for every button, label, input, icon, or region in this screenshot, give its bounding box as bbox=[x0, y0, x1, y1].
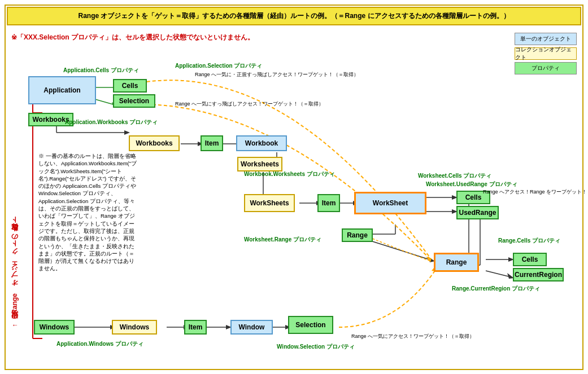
worksheets-node: WorkSheets bbox=[244, 194, 295, 212]
range-direct2-label: Range へ一気にすっ飛ばしアクセス！ワープゲット！（＝取得） bbox=[175, 100, 324, 108]
range-obj-node: Range bbox=[434, 253, 479, 272]
wb-worksheets-label: Workbook.Worksheets プロパティ bbox=[244, 170, 335, 178]
windows-prop-node: Windows bbox=[34, 320, 75, 335]
legend-single-box: 単一のオブジェクト bbox=[515, 33, 577, 45]
app-workbooks-label: Application.Workbooks プロパティ bbox=[65, 118, 158, 126]
legend-single: 単一のオブジェクト bbox=[515, 33, 577, 45]
legend-collection-box: コレクションオブジェクト bbox=[515, 47, 577, 60]
app-windows-label: Application.Windows プロパティ bbox=[56, 340, 143, 348]
range-access-label: Range へアクセス！Range をワープゲット！（＝取得） bbox=[483, 189, 545, 196]
title-box: Range オブジェクトを「ゲット＝取得」するための各種階層（経由）ルートの例。… bbox=[7, 7, 581, 25]
range-currentregion-label: Range.CurrentRegion プロパティ bbox=[452, 285, 540, 293]
workbooks-col-node: Workbooks bbox=[129, 135, 180, 151]
workbook-node: Workbook bbox=[236, 135, 287, 151]
ws-usedrange-label: Worksheet.UsedRange プロパティ bbox=[426, 181, 517, 188]
note-box: ※ 一番の基本のルートは、階層を省略しない、Application.Workbo… bbox=[38, 152, 137, 272]
legend-collection: コレクションオブジェクト bbox=[515, 47, 577, 60]
ws-range-label: Worksheet.Range プロパティ bbox=[244, 236, 321, 244]
item1-node: Item bbox=[201, 135, 223, 151]
currentregion-node: CurrentRegion bbox=[513, 268, 564, 281]
ws-cells-label: Worksheet.Cells プロパティ bbox=[418, 172, 491, 180]
usedrange-node: UsedRange bbox=[456, 206, 499, 219]
app-cells-label: Application.Cells プロパティ bbox=[63, 67, 139, 74]
selection-property-node: Selection bbox=[113, 94, 155, 108]
worksheets-col-small: Worksheets bbox=[237, 157, 282, 171]
legend: 単一のオブジェクト コレクションオブジェクト プロパティ bbox=[515, 33, 577, 74]
windows-col-node: Windows bbox=[112, 320, 157, 335]
range-cells-label: Range.Cells プロパティ bbox=[498, 237, 560, 245]
legend-property-box: プロパティ bbox=[515, 62, 577, 74]
title-text: Range オブジェクトを「ゲット＝取得」するための各種階層（経由）ルートの例。… bbox=[78, 12, 509, 20]
range-direct3-label: Range へ一気にアクセス！ワープゲット！（＝取得） bbox=[351, 333, 474, 340]
vertical-text: ↑正規の Range オブジェクトの取得ルート bbox=[10, 158, 20, 327]
warning-text: ※「XXX.Selection プロパティ」は、セルを選択した状態でないといけま… bbox=[11, 33, 254, 42]
legend-property: プロパティ bbox=[515, 62, 577, 74]
worksheet-node: WorkSheet bbox=[354, 192, 426, 214]
range-prop-node: Range bbox=[342, 228, 373, 242]
win-selection-label: Window.Selection プロパティ bbox=[277, 343, 355, 351]
app-selection-label: Application.Selection プロパティ bbox=[175, 62, 262, 70]
window-node: Window bbox=[230, 320, 273, 335]
item3-node: Item bbox=[184, 320, 207, 335]
cells-property-node: Cells bbox=[113, 79, 147, 93]
item2-node: Item bbox=[317, 194, 340, 212]
selection-win-node: Selection bbox=[288, 316, 333, 334]
application-node: Application bbox=[28, 76, 96, 104]
range-direct1-label: Range へ一気に・正規すっ飛ばしアクセス！ワープゲット！（＝取得） bbox=[195, 71, 359, 78]
cells-range-node: Cells bbox=[513, 253, 547, 266]
